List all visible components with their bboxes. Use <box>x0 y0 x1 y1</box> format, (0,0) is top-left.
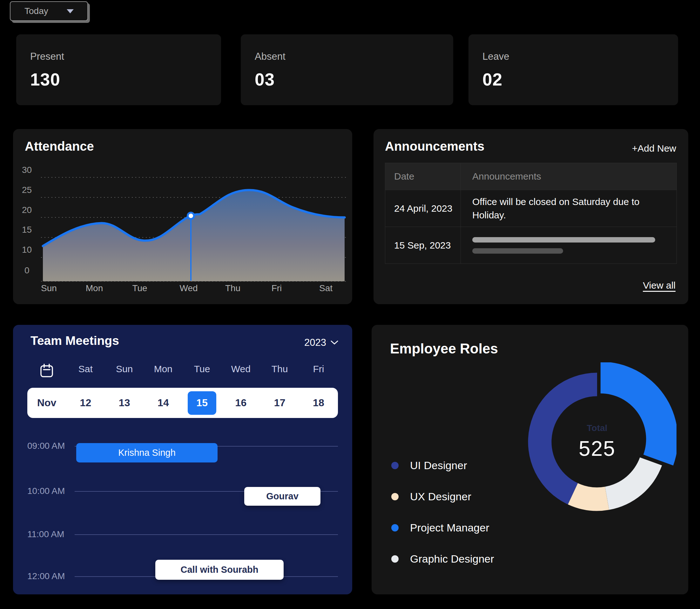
year-label: 2023 <box>304 337 326 348</box>
stat-card-leave: Leave 02 <box>468 34 678 105</box>
time-label: 09:00 AM <box>27 441 65 451</box>
attendance-panel: Attendance 30 25 <box>13 129 352 304</box>
view-all-link[interactable]: View all <box>643 280 676 291</box>
time-gridline <box>75 534 338 535</box>
month-label: Nov <box>27 397 66 409</box>
row-date: 24 April, 2023 <box>385 190 461 227</box>
table-row: 15 Sep, 2023 <box>385 227 677 263</box>
date-cell-13[interactable]: 13 <box>105 397 144 409</box>
weekday-header-row: Sat Sun Mon Tue Wed Thu Fri <box>27 364 338 378</box>
add-new-button[interactable]: +Add New <box>632 143 676 154</box>
legend-label: UX Designer <box>410 490 471 503</box>
attendance-area-chart: 30 25 20 15 10 0 Sun Mon Tue Wed Thu Fri <box>13 129 352 304</box>
svg-text:Tue: Tue <box>132 283 147 293</box>
time-label: 11:00 AM <box>27 529 64 539</box>
team-meetings-panel: Team Meetings 2023 Sat Sun Mon Tue Wed T… <box>13 325 352 594</box>
table-header-row: Date Announcements <box>385 163 677 190</box>
roles-legend: UI Designer UX Designer Project Manager … <box>391 458 494 583</box>
weekday-label: Sat <box>66 364 105 378</box>
legend-dot-pm <box>391 524 399 532</box>
placeholder-text-bars <box>472 237 655 254</box>
stat-label: Present <box>30 51 207 62</box>
date-cell-12[interactable]: 12 <box>66 397 105 409</box>
table-row: 24 April, 2023 Office will be closed on … <box>385 190 677 227</box>
highlighted-point[interactable] <box>188 213 194 219</box>
svg-text:25: 25 <box>22 185 32 195</box>
svg-text:Wed: Wed <box>179 283 198 293</box>
legend-label: Graphic Designer <box>410 553 494 565</box>
header-announcements: Announcements <box>461 163 677 190</box>
announcements-title: Announcements <box>385 139 484 154</box>
legend-dot-ux <box>391 493 399 500</box>
calendar-icon <box>27 364 66 378</box>
meeting-event-call-with-sourabh[interactable]: Call with Sourabh <box>155 560 284 580</box>
placeholder-bar <box>472 237 655 243</box>
legend-label: UI Designer <box>410 459 467 472</box>
legend-item-ui-designer: UI Designer <box>391 458 494 472</box>
svg-text:30: 30 <box>22 165 32 175</box>
announcements-panel: Announcements +Add New Date Announcement… <box>374 129 688 304</box>
date-cell-16[interactable]: 16 <box>221 397 260 409</box>
legend-dot-ui <box>391 462 399 469</box>
date-cell-17[interactable]: 17 <box>261 397 299 409</box>
time-label: 12:00 AM <box>27 571 65 581</box>
svg-text:Sun: Sun <box>41 283 57 293</box>
y-axis-labels: 30 25 20 15 10 0 <box>22 165 32 275</box>
date-strip: Nov 12 13 14 15 16 17 18 <box>27 388 338 418</box>
selected-date-highlight: 15 <box>188 391 216 415</box>
slice-project-manager[interactable] <box>600 362 677 466</box>
row-text: Office will be closed on Saturday due to… <box>472 195 666 222</box>
stat-label: Leave <box>482 51 664 62</box>
stat-value: 03 <box>255 69 439 90</box>
stat-value: 02 <box>482 69 664 90</box>
weekday-label: Tue <box>183 364 221 378</box>
stat-label: Absent <box>255 51 439 62</box>
legend-dot-graphic <box>391 555 399 562</box>
chevron-down-icon <box>330 341 338 345</box>
weekday-label: Fri <box>299 364 338 378</box>
time-label: 10:00 AM <box>27 486 65 496</box>
weekday-label: Sun <box>105 364 144 378</box>
weekday-label: Mon <box>144 364 183 378</box>
roles-donut-chart <box>518 362 677 521</box>
area-fill <box>43 190 345 281</box>
slice-graphic-designer[interactable] <box>605 457 662 510</box>
legend-item-ux-designer: UX Designer <box>391 489 494 503</box>
svg-text:20: 20 <box>22 205 32 215</box>
svg-text:Sat: Sat <box>319 283 333 293</box>
x-axis-labels: Sun Mon Tue Wed Thu Fri Sat <box>41 283 333 293</box>
svg-text:10: 10 <box>22 245 32 255</box>
row-date: 15 Sep, 2023 <box>385 227 461 263</box>
stat-value: 130 <box>30 69 207 90</box>
header-date: Date <box>385 163 461 190</box>
svg-text:Thu: Thu <box>225 283 240 293</box>
date-cell-18[interactable]: 18 <box>299 397 338 409</box>
placeholder-bar <box>472 248 563 254</box>
date-cell-14[interactable]: 14 <box>144 397 183 409</box>
meeting-event-gourav[interactable]: Gourav <box>244 487 321 506</box>
year-dropdown[interactable]: 2023 <box>304 337 338 348</box>
date-cell-15-selected[interactable]: 15 <box>183 391 221 415</box>
svg-text:0: 0 <box>24 265 30 275</box>
hr-dashboard: Today Present 130 Absent 03 Leave 02 Att… <box>0 0 700 609</box>
slice-ui-designer[interactable] <box>528 373 597 504</box>
employee-roles-panel: Employee Roles UI Designer UX Designer P… <box>372 325 688 594</box>
weekday-label: Thu <box>261 364 299 378</box>
team-meetings-title: Team Meetings <box>31 334 119 348</box>
legend-label: Project Manager <box>410 522 489 534</box>
today-filter-label: Today <box>24 6 48 16</box>
weekday-label: Wed <box>221 364 260 378</box>
employee-roles-title: Employee Roles <box>390 341 498 356</box>
svg-text:Fri: Fri <box>272 283 282 293</box>
stat-card-absent: Absent 03 <box>241 34 453 105</box>
svg-text:15: 15 <box>22 225 32 234</box>
legend-item-project-manager: Project Manager <box>391 521 494 535</box>
legend-item-graphic-designer: Graphic Designer <box>391 552 494 566</box>
caret-down-icon <box>67 9 74 13</box>
meeting-event-krishna-singh[interactable]: Krishna Singh <box>76 443 218 463</box>
today-filter-dropdown[interactable]: Today <box>10 1 88 21</box>
svg-text:Mon: Mon <box>86 283 103 293</box>
announcements-table: Date Announcements 24 April, 2023 Office… <box>385 163 677 264</box>
stat-card-present: Present 130 <box>16 34 221 105</box>
